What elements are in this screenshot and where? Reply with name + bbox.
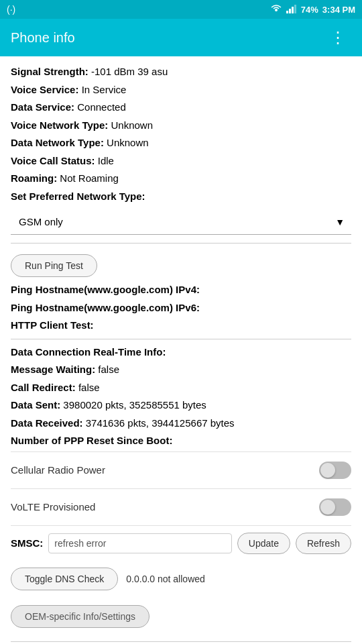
wifi-signal-icon: (·) [7,4,15,15]
more-options-button[interactable]: ⋮ [324,25,351,50]
content-area: Signal Strength: -101 dBm 39 asu Voice S… [0,56,362,644]
smsc-refresh-button[interactable]: Refresh [296,533,351,554]
voice-call-status-value: Idle [98,155,114,166]
data-sent-label: Data Sent: [11,399,60,411]
divider-1 [11,243,351,244]
data-service-row: Data Service: Connected [11,100,351,115]
run-ping-test-button[interactable]: Run Ping Test [11,254,97,277]
roaming-row: Roaming: Not Roaming [11,171,351,186]
svg-rect-2 [289,9,291,13]
voice-call-status-label: Voice Call Status: [11,155,95,166]
signal-bars-icon [286,4,297,15]
ppp-reset-label: Number of PPP Reset Since Boot: [11,435,172,446]
voice-network-type-label: Voice Network Type: [11,119,108,131]
ppp-reset-row: Number of PPP Reset Since Boot: [11,433,351,449]
data-received-value: 3741636 pkts, 3944125667 bytes [86,417,235,429]
call-redirect-row: Call Redirect: false [11,380,351,396]
data-service-label: Data Service: [11,101,74,113]
data-network-type-label: Data Network Type: [11,137,104,148]
svg-rect-3 [292,7,294,13]
volte-toggle[interactable] [319,498,351,516]
preferred-network-type-label: Set Preferred Network Type: [11,191,145,202]
message-waiting-row: Message Waiting: false [11,362,351,378]
data-connection-realtime-label: Data Connection Real-Time Info: [11,346,166,358]
voice-service-row: Voice Service: In Service [11,83,351,98]
cellular-radio-toggle-row: Cellular Radio Power [11,451,351,488]
http-client-test-label: HTTP Client Test: [11,319,94,331]
network-icon [270,4,282,15]
smsc-input[interactable] [48,533,231,553]
toggle-dns-check-button[interactable]: Toggle DNS Check [11,568,118,590]
data-network-type-row: Data Network Type: Unknown [11,136,351,151]
data-service-value: Connected [77,101,126,113]
volte-toggle-row: VoLTE Provisioned [11,488,351,525]
svg-rect-4 [294,5,296,13]
divider-2 [11,339,351,339]
svg-rect-1 [286,11,288,13]
signal-strength-label: Signal Strength: [11,66,88,77]
voice-service-value: In Service [82,84,127,95]
svg-point-0 [275,9,278,11]
battery-text: 74% [301,5,318,15]
status-bar-right: 74% 3:34 PM [270,4,355,15]
preferred-network-select[interactable]: GSM only WCDMA preferred GSM/WCDMA auto … [11,209,351,235]
data-received-label: Data Received: [11,417,83,429]
preferred-network-type-row: Set Preferred Network Type: [11,189,351,205]
time-text: 3:34 PM [322,5,355,15]
call-redirect-label: Call Redirect: [11,382,76,393]
call-redirect-value: false [78,382,100,393]
ping-ipv6-label: Ping Hostname(www.google.com) IPv6: [11,302,200,313]
voice-call-status-row: Voice Call Status: Idle [11,154,351,169]
data-sent-value: 3980020 pkts, 352585551 bytes [63,399,206,411]
roaming-label: Roaming: [11,172,57,184]
voice-service-label: Voice Service: [11,84,78,95]
volte-label: VoLTE Provisioned [11,501,95,513]
oem-button-wrapper: OEM-specific Info/Settings [11,597,351,636]
voice-network-type-row: Voice Network Type: Unknown [11,118,351,133]
data-connection-realtime-row: Data Connection Real-Time Info: [11,345,351,360]
voice-network-type-value: Unknown [111,119,153,131]
data-received-row: Data Received: 3741636 pkts, 3944125667 … [11,416,351,431]
toolbar: Phone info ⋮ [0,19,362,56]
data-network-type-value: Unknown [107,137,149,148]
smsc-row: SMSC: Update Refresh [11,525,351,561]
status-bar: (·) 74% 3:34 PM [0,0,362,19]
smsc-update-button[interactable]: Update [237,533,290,554]
http-client-test-row: HTTP Client Test: [11,318,351,333]
signal-strength-row: Signal Strength: -101 dBm 39 asu [11,64,351,80]
ping-ipv4-label: Ping Hostname(www.google.com) IPv4: [11,284,200,295]
message-waiting-value: false [98,364,119,375]
status-bar-left: (·) [7,4,270,15]
oem-settings-button[interactable]: OEM-specific Info/Settings [11,605,149,628]
data-sent-row: Data Sent: 3980020 pkts, 352585551 bytes [11,398,351,413]
page-title: Phone info [11,30,324,46]
divider-3 [11,641,351,642]
ping-ipv6-row: Ping Hostname(www.google.com) IPv6: [11,301,351,316]
ping-ipv4-row: Ping Hostname(www.google.com) IPv4: [11,282,351,298]
cellular-radio-toggle[interactable] [319,462,351,479]
signal-strength-value: -101 dBm 39 asu [91,66,168,77]
preferred-network-dropdown-wrapper[interactable]: GSM only WCDMA preferred GSM/WCDMA auto … [11,209,351,235]
message-waiting-label: Message Waiting: [11,364,95,375]
smsc-label: SMSC: [11,537,43,549]
dns-value: 0.0.0.0 not allowed [126,574,205,584]
dns-row: Toggle DNS Check 0.0.0.0 not allowed [11,561,351,597]
cellular-radio-label: Cellular Radio Power [11,464,105,476]
roaming-value: Not Roaming [60,172,119,184]
